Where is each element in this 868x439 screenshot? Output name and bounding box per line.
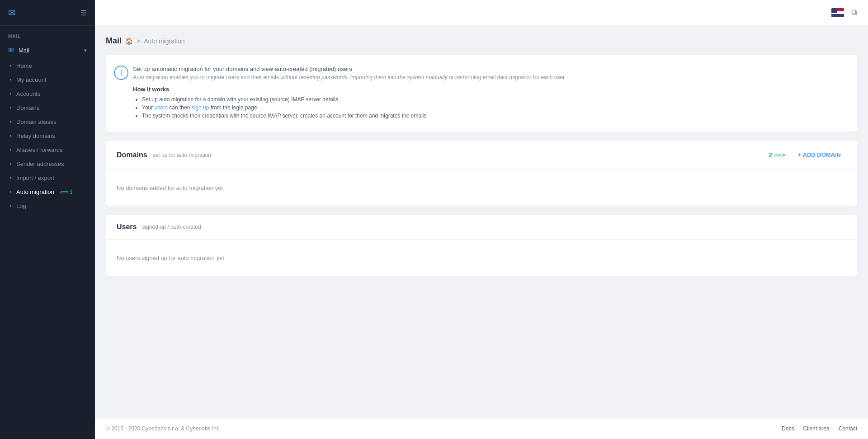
sidebar-item-log[interactable]: Log (0, 199, 95, 213)
sidebar-item-label-domain-aliases: Domain aliases (16, 118, 57, 125)
domains-section-subtitle: set up for auto migration (153, 152, 211, 158)
hamburger-icon[interactable]: ☰ (80, 9, 87, 17)
topbar: ⧉ (95, 0, 868, 25)
sidebar-item-home[interactable]: Home (0, 59, 95, 73)
home-icon: 🏠 (125, 38, 133, 45)
sidebar-group-label: Mail (19, 47, 29, 54)
window-icon[interactable]: ⧉ (851, 8, 857, 17)
sidebar-badge-auto-migration: <== 1 (60, 189, 72, 195)
users-section-body: No users signed up for auto migration ye… (106, 240, 857, 276)
sidebar-item-relay-domains[interactable]: Relay domains (0, 129, 95, 143)
sidebar-item-label-aliases-forwards: Aliases / forwards (16, 146, 63, 153)
sidebar-nav-group-mail[interactable]: ✉ Mail ▾ (0, 42, 95, 59)
sidebar-section-label: MAIL (0, 26, 95, 42)
sidebar-item-accounts[interactable]: Accounts (0, 87, 95, 101)
users-empty-message: No users signed up for auto migration ye… (117, 255, 224, 261)
sidebar-item-label-my-account: My account (16, 76, 46, 83)
sidebar-item-label-relay-domains: Relay domains (16, 132, 55, 139)
info-icon: i (114, 66, 128, 80)
add-domain-button[interactable]: + ADD DOMAIN (793, 149, 846, 161)
sidebar-item-import-export[interactable]: Import / export (0, 171, 95, 185)
sidebar-item-label-home: Home (16, 62, 32, 69)
domains-section: Domains set up for auto migration 2 ==> … (106, 141, 857, 206)
sidebar-item-label-log: Log (16, 203, 26, 209)
sidebar-header: ✉ ☰ (0, 0, 95, 26)
sidebar: ✉ ☰ MAIL ✉ Mail ▾ Home My account Accoun… (0, 0, 95, 439)
content-area: Mail 🏠 > Auto migration i Set up automat… (95, 25, 868, 418)
sidebar-item-sender-addresses[interactable]: Sender addresses (0, 157, 95, 171)
info-card-title: Set up automatic migration for your doma… (133, 66, 846, 72)
how-it-works-item-3: The system checks their credentials with… (142, 113, 846, 119)
sidebar-item-domain-aliases[interactable]: Domain aliases (0, 115, 95, 129)
how-it-works-item-1: Set up auto migration for a domain with … (142, 96, 846, 103)
subtitle-end: or performing email data migration for e… (448, 74, 565, 80)
info-card: i Set up automatic migration for your do… (106, 55, 857, 132)
sidebar-item-label-import-export: Import / export (16, 175, 54, 181)
sidebar-item-auto-migration[interactable]: Auto migration <== 1 (0, 185, 95, 199)
signup-link[interactable]: sign up (192, 104, 209, 111)
users-section-title: Users (117, 223, 137, 231)
domains-section-title: Domains (117, 151, 147, 159)
main-area: ⧉ Mail 🏠 > Auto migration i Set up autom… (95, 0, 868, 439)
footer-link-contact[interactable]: Contact (839, 425, 857, 432)
footer-links: Docs Client area Contact (782, 425, 857, 432)
domains-empty-message: No domains added for auto migration yet (117, 184, 223, 191)
footer-copyright: © 2015 - 2020 Cyberlabs s.r.o. & Cyberla… (106, 425, 221, 432)
breadcrumb-separator: > (137, 38, 140, 45)
mail-group-icon: ✉ (8, 46, 14, 54)
subtitle-italic: without resetting passwords, importing t… (280, 74, 448, 80)
footer: © 2015 - 2020 Cyberlabs s.r.o. & Cyberla… (95, 418, 868, 439)
sidebar-item-my-account[interactable]: My account (0, 73, 95, 87)
users-link[interactable]: users (155, 104, 168, 111)
mail-icon: ✉ (8, 7, 16, 18)
breadcrumb-current: Auto migration (144, 38, 184, 45)
sidebar-item-label-accounts: Accounts (16, 90, 40, 97)
sidebar-item-label-domains: Domains (16, 104, 39, 111)
flag-icon[interactable] (831, 8, 844, 17)
domains-section-header: Domains set up for auto migration 2 ==> … (106, 141, 857, 170)
sidebar-item-label-auto-migration: Auto migration (16, 189, 54, 195)
subtitle-start: Auto migration enables you to migrate us… (133, 74, 280, 80)
page-title: Mail (106, 36, 122, 46)
breadcrumb: Mail 🏠 > Auto migration (106, 36, 857, 46)
info-card-subtitle: Auto migration enables you to migrate us… (133, 74, 846, 80)
how-it-works-label: How it works (133, 86, 846, 93)
domains-count: 2 ==> (769, 151, 785, 159)
how-it-works-item-2: Your users can then sign up from the log… (142, 104, 846, 111)
footer-link-client-area[interactable]: Client area (803, 425, 830, 432)
sidebar-item-label-sender-addresses: Sender addresses (16, 160, 64, 167)
how-it-works-list: Set up auto migration for a domain with … (133, 96, 846, 119)
chevron-down-icon: ▾ (84, 47, 87, 53)
sidebar-item-aliases-forwards[interactable]: Aliases / forwards (0, 143, 95, 157)
footer-link-docs[interactable]: Docs (782, 425, 794, 432)
users-section-header: Users signed-up / auto-created (106, 215, 857, 240)
users-section: Users signed-up / auto-created No users … (106, 215, 857, 276)
domains-section-body: No domains added for auto migration yet (106, 170, 857, 206)
sidebar-item-domains[interactable]: Domains (0, 101, 95, 115)
users-section-subtitle: signed-up / auto-created (142, 224, 201, 230)
